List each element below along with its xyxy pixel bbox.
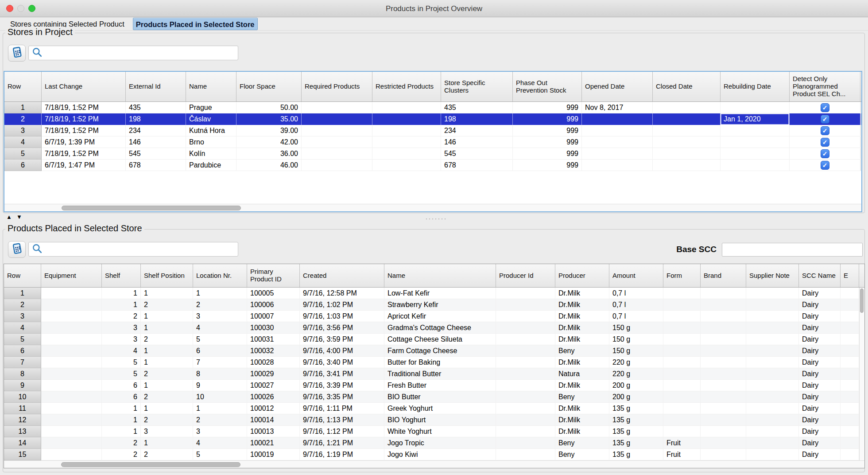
column-header[interactable]: Equipment: [41, 264, 102, 287]
column-header[interactable]: E: [841, 264, 859, 287]
cell: Jan 1, 2020: [721, 113, 790, 125]
clipped-next-column: I: [860, 160, 861, 171]
column-header[interactable]: Closed Date: [653, 72, 721, 101]
column-header[interactable]: Name: [384, 264, 496, 287]
column-header[interactable]: SCC Name: [799, 264, 841, 287]
cell: Dairy: [799, 414, 841, 426]
cell: 2: [141, 414, 193, 426]
table-row[interactable]: 37/18/19, 1:52 PM234Kutná Hora39.0023499…: [4, 125, 861, 136]
cell: 46.00: [236, 160, 302, 171]
cell: Dairy: [799, 345, 841, 357]
products-horizontal-scrollbar[interactable]: [4, 460, 864, 468]
base-scc-input[interactable]: [722, 243, 863, 257]
column-header[interactable]: External Id: [126, 72, 186, 101]
table-row[interactable]: 66/7/19, 1:47 PM678Pardubice46.00678999✓…: [4, 160, 861, 171]
detect-checkbox[interactable]: ✓: [821, 149, 829, 158]
cell: 10: [4, 391, 41, 403]
table-row[interactable]: 46/7/19, 1:39 PM146Brno42.00146999✓I: [4, 136, 861, 148]
column-header[interactable]: Required Products: [302, 72, 372, 101]
cell: [41, 426, 102, 437]
table-row[interactable]: 131331000139/7/16, 1:12 PMWhite YoghurtD…: [4, 426, 864, 437]
cell: [663, 426, 701, 437]
clipboard-grid-icon: [11, 242, 23, 257]
cell: 135 g: [609, 426, 663, 437]
detect-checkbox[interactable]: ✓: [821, 138, 829, 147]
stores-search-input[interactable]: [43, 46, 238, 60]
detect-checkbox[interactable]: ✓: [821, 161, 829, 170]
splitter-handle[interactable]: ·······: [412, 214, 461, 222]
scrollbar-thumb[interactable]: [61, 462, 240, 467]
cell: [496, 449, 555, 460]
table-row[interactable]: 27/18/19, 1:52 PM198Čáslav35.00198999Jan…: [4, 113, 861, 125]
stores-table-tool-button[interactable]: [8, 45, 26, 62]
column-header[interactable]: Producer: [555, 264, 609, 287]
column-header[interactable]: Store Specific Clusters: [441, 72, 513, 101]
scrollbar-thumb[interactable]: [860, 288, 864, 313]
stores-panel-title: Stores in Project: [5, 27, 75, 37]
column-header[interactable]: Producer Id: [496, 264, 555, 287]
column-header[interactable]: Phase Out Prevention Stock: [513, 72, 582, 101]
column-header[interactable]: Shelf Position: [141, 264, 193, 287]
column-header[interactable]: Shelf: [102, 264, 141, 287]
table-row[interactable]: 85281000299/7/16, 3:41 PMTraditional But…: [4, 368, 864, 380]
cell: [653, 148, 721, 160]
table-row[interactable]: 152251000199/7/16, 1:19 PMJogo KiwiBeny1…: [4, 449, 864, 460]
column-header[interactable]: Last Change: [42, 72, 126, 101]
column-header[interactable]: Row: [4, 72, 42, 101]
column-header[interactable]: Created: [300, 264, 384, 287]
table-row[interactable]: 64161000329/7/16, 4:00 PMFarm Cottage Ch…: [4, 345, 864, 357]
cell: 4: [4, 136, 42, 148]
products-vertical-scrollbar[interactable]: [859, 288, 864, 460]
table-row[interactable]: 53251000319/7/16, 3:59 PMCottage Cheese …: [4, 334, 864, 345]
cell: 9: [193, 380, 247, 391]
column-header[interactable]: Opened Date: [582, 72, 653, 101]
column-header[interactable]: Floor Space: [236, 72, 302, 101]
up-arrow-icon[interactable]: ▲: [6, 214, 16, 220]
base-scc-label: Base SCC: [651, 245, 717, 254]
column-header[interactable]: Rebuilding Date: [721, 72, 790, 101]
scrollbar-thumb[interactable]: [62, 206, 241, 210]
cell: 2: [102, 437, 141, 449]
products-table-tool-button[interactable]: [8, 241, 26, 258]
table-row[interactable]: 43141000309/7/16, 3:56 PMGradma's Cottag…: [4, 322, 864, 334]
cell: 678: [126, 160, 186, 171]
column-header[interactable]: Amount: [609, 264, 663, 287]
table-row[interactable]: 21221000069/7/16, 1:02 PMStrawberry Kefi…: [4, 299, 864, 311]
down-arrow-icon[interactable]: ▼: [16, 214, 27, 220]
table-row[interactable]: 32131000079/7/16, 1:03 PMApricot KefirDr…: [4, 311, 864, 322]
table-row[interactable]: 96191000279/7/16, 3:39 PMFresh ButterDr.…: [4, 380, 864, 391]
cell: 100028: [247, 357, 300, 368]
cell: [496, 437, 555, 449]
column-header[interactable]: Row: [4, 264, 41, 287]
table-row[interactable]: 11111000059/7/16, 12:58 PMLow-Fat KefirD…: [4, 288, 864, 299]
table-row[interactable]: 142141000219/7/16, 1:21 PMJogo TropicBen…: [4, 437, 864, 449]
column-header[interactable]: Form: [663, 264, 701, 287]
column-header[interactable]: Brand: [701, 264, 746, 287]
cell: Dairy: [799, 391, 841, 403]
column-header[interactable]: Detect Only Planogrammed Product SEL Ch.…: [790, 72, 860, 101]
table-row[interactable]: 1062101000269/7/16, 3:35 PMBIO ButterBen…: [4, 391, 864, 403]
table-row[interactable]: 17/18/19, 1:52 PM435Prague50.00435999Nov…: [4, 102, 861, 113]
table-row[interactable]: 111111000129/7/16, 1:11 PMGreek YoghurtD…: [4, 403, 864, 414]
cell: Kolín: [186, 148, 236, 160]
column-header[interactable]: Primary Product ID: [247, 264, 300, 287]
cell: [41, 414, 102, 426]
stores-horizontal-scrollbar[interactable]: [4, 204, 861, 211]
tab-products-placed-in-selected-store[interactable]: Products Placed in Selected Store: [133, 18, 258, 30]
column-header[interactable]: Supplier Note: [746, 264, 799, 287]
detect-checkbox[interactable]: ✓: [821, 126, 829, 135]
cell: 0,7 l: [609, 299, 663, 311]
column-header[interactable]: Restricted Products: [372, 72, 441, 101]
table-row[interactable]: 57/18/19, 1:52 PM545Kolín36.00545999✓I: [4, 148, 861, 160]
cell: [41, 368, 102, 380]
detect-checkbox[interactable]: ✓: [821, 103, 829, 112]
splitter-collapse-buttons[interactable]: ▲▼: [6, 214, 27, 220]
detect-checkbox[interactable]: ✓: [821, 115, 829, 124]
column-header[interactable]: Name: [186, 72, 236, 101]
products-search-input[interactable]: [43, 242, 238, 256]
column-header[interactable]: Location Nr.: [193, 264, 247, 287]
cell: 100027: [247, 380, 300, 391]
table-row[interactable]: 121221000149/7/16, 1:13 PMBIO YoghurtDr.…: [4, 414, 864, 426]
cell: [746, 311, 799, 322]
table-row[interactable]: 75171000289/7/16, 3:40 PMButter for Baki…: [4, 357, 864, 368]
